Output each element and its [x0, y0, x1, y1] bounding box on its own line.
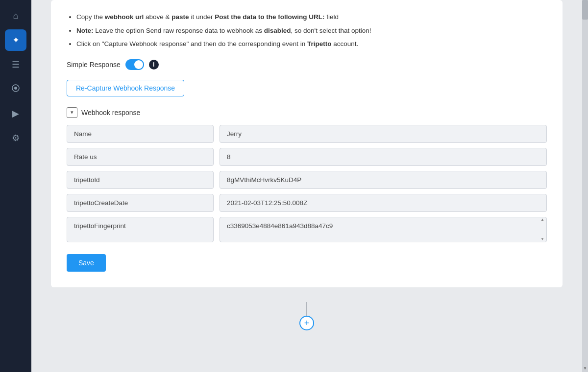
table-row: tripettoFingerprint▲▼ [67, 217, 547, 242]
instruction-2: Note: Leave the option Send raw response… [76, 25, 547, 36]
scroll-up-icon[interactable]: ▲ [539, 218, 546, 222]
sidebar-item-run[interactable]: ▶ [5, 103, 26, 124]
table-row: tripettoId8gMVthiMcHvrkv5KuD4P [67, 171, 547, 189]
webhook-section-header: ▾ Webhook response [67, 107, 547, 118]
webhook-section-title: Webhook response [81, 109, 140, 116]
sidebar-item-tasks[interactable]: ☰ [5, 54, 26, 75]
table-row: Rate us8 [67, 148, 547, 166]
chevron-down-icon[interactable]: ▾ [67, 107, 77, 118]
sidebar: ⌂ ✦ ☰ ▶ ⚙ [0, 0, 31, 372]
table-row: tripettoCreateDate2021-02-03T12:25:50.00… [67, 194, 547, 212]
field-value-0: Jerry [220, 125, 547, 143]
play-icon: ▶ [12, 108, 19, 119]
field-value-1: 8 [220, 148, 547, 166]
sidebar-item-layers[interactable] [5, 78, 26, 100]
field-label-1: Rate us [67, 148, 214, 166]
scrollbar-thumb[interactable] [582, 0, 588, 20]
field-label-2: tripettoId [67, 171, 214, 189]
list-icon: ☰ [12, 59, 20, 70]
home-icon: ⌂ [13, 11, 19, 21]
add-step-button[interactable]: + [299, 316, 314, 330]
sidebar-item-settings[interactable]: ⚙ [5, 127, 26, 149]
field-value-4[interactable] [220, 217, 547, 242]
scrollbar-arrow-down[interactable]: ▼ [582, 364, 588, 372]
instruction-1: Copy the webhook url above & paste it un… [76, 12, 547, 23]
field-value-2: 8gMVthiMcHvrkv5KuD4P [220, 171, 547, 189]
save-button[interactable]: Save [67, 254, 106, 272]
settings-icon: ⚙ [12, 133, 20, 143]
simple-response-label: Simple Response [67, 61, 121, 69]
instruction-3: Click on "Capture Webhook response" and … [76, 39, 547, 49]
field-value-3: 2021-02-03T12:25:50.008Z [220, 194, 547, 212]
content-panel: Copy the webhook url above & paste it un… [51, 0, 563, 287]
scroll-down-icon[interactable]: ▼ [539, 237, 546, 241]
svg-point-1 [14, 87, 17, 90]
recapture-button[interactable]: Re-Capture Webhook Response [67, 80, 184, 96]
field-label-3: tripettoCreateDate [67, 194, 214, 212]
field-label-4: tripettoFingerprint [67, 217, 214, 242]
sidebar-item-integrations[interactable]: ✦ [5, 29, 26, 51]
connector-line [306, 302, 307, 316]
integrations-icon: ✦ [12, 35, 20, 46]
main-content: Copy the webhook url above & paste it un… [31, 0, 582, 372]
simple-response-row: Simple Response i [67, 59, 547, 70]
layers-icon [11, 84, 20, 95]
fields-container: NameJerryRate us8tripettoId8gMVthiMcHvrk… [67, 125, 547, 242]
right-scrollbar[interactable]: ▲ ▼ [582, 0, 588, 372]
table-row: NameJerry [67, 125, 547, 143]
info-icon[interactable]: i [149, 60, 159, 70]
field-label-0: Name [67, 125, 214, 143]
connector-area: + [31, 297, 582, 340]
instructions-list: Copy the webhook url above & paste it un… [67, 12, 547, 49]
sidebar-item-home[interactable]: ⌂ [5, 5, 26, 26]
simple-response-toggle[interactable] [125, 59, 144, 70]
